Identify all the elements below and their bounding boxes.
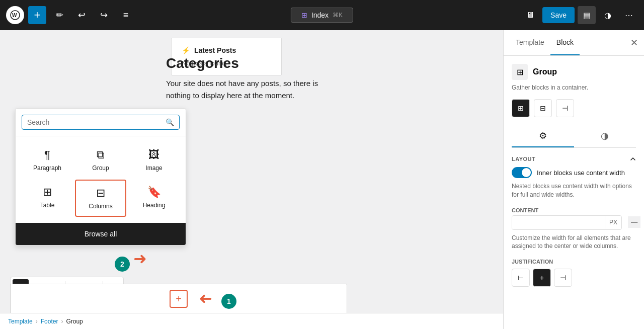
block-grid: ¶ Paragraph ⧉ Group 🖼 Image ⊞ Table <box>16 136 186 223</box>
block-header-desc: Gather blocks in a container. <box>512 84 636 91</box>
list-view-button[interactable]: ≡ <box>117 6 135 24</box>
toggle-desc: Nested blocks use content width with opt… <box>512 182 636 199</box>
table-label: Table <box>40 202 55 209</box>
breadcrumb-template[interactable]: Template <box>8 318 33 325</box>
add-block-footer-button[interactable]: + <box>170 290 188 308</box>
breadcrumb-sep-2: › <box>61 318 63 325</box>
wp-logo[interactable]: W <box>6 6 24 24</box>
categories-section: Categories Your site does not have any p… <box>166 55 337 102</box>
content-reset-button[interactable]: — <box>628 216 640 228</box>
save-button[interactable]: Save <box>542 7 575 23</box>
breadcrumb-group: Group <box>66 318 83 325</box>
content-label: CONTENT <box>512 207 622 213</box>
justification-label: JUSTIFICATION <box>512 259 636 265</box>
layout-wide-button[interactable]: ⊟ <box>534 99 552 117</box>
more-options-button[interactable]: ⋯ <box>620 6 638 24</box>
arrow-2-icon: ➜ <box>133 249 147 268</box>
breadcrumb: Template › Footer › Group <box>0 313 503 329</box>
group-icon: ⧉ <box>97 148 105 161</box>
layout-full-button[interactable]: ⊞ <box>512 99 530 117</box>
justification-buttons: ⊢ + ⊣ <box>512 269 636 287</box>
justify-left-button[interactable]: ⊢ <box>512 269 530 287</box>
width-row: CONTENT PX — WIDE PX — <box>512 207 636 230</box>
breadcrumb-footer[interactable]: Footer <box>41 318 58 325</box>
index-shortcut: ⌘K <box>333 12 343 19</box>
svg-text:W: W <box>12 13 17 18</box>
layout-icons: ⊞ ⊟ ⊣ <box>512 99 636 117</box>
sidebar-toggle-button[interactable]: ▤ <box>578 6 596 24</box>
tab-template[interactable]: Template <box>510 30 550 55</box>
panel-tabs: Template Block ✕ <box>504 30 644 56</box>
add-block-topbar-button[interactable]: + <box>28 6 46 24</box>
collapse-icon[interactable] <box>630 156 636 162</box>
block-item-table[interactable]: ⊞ Table <box>22 180 73 217</box>
right-panel: Template Block ✕ ⊞ Group Gather blocks i… <box>503 30 644 329</box>
block-item-paragraph[interactable]: ¶ Paragraph <box>22 142 73 178</box>
breadcrumb-sep-1: › <box>36 318 38 325</box>
pencil-icon[interactable]: ✏ <box>50 6 68 24</box>
toggle-label: Inner blocks use content width <box>537 169 625 177</box>
content-unit: PX <box>605 216 621 229</box>
search-input[interactable] <box>27 118 162 126</box>
search-wrap: 🔍 <box>22 115 180 130</box>
footer-bar: + <box>10 284 347 314</box>
columns-icon: ⊟ <box>96 187 105 200</box>
index-label: Index <box>311 11 329 19</box>
badge-1: 1 <box>221 294 236 309</box>
paragraph-icon: ¶ <box>44 148 50 161</box>
panel-close-button[interactable]: ✕ <box>630 37 638 48</box>
layout-split-button[interactable]: ⊣ <box>556 99 574 117</box>
index-icon: ⊞ <box>301 11 307 19</box>
topbar-right: 🖥 Save ▤ ◑ ⋯ <box>521 6 638 24</box>
canvas-area: ⚡ Latest Posts No posts found. Categorie… <box>0 30 503 329</box>
inserter-search-area: 🔍 <box>16 109 186 136</box>
browse-all-button[interactable]: Browse all <box>16 223 186 245</box>
inner-blocks-toggle[interactable] <box>512 167 532 178</box>
content-width-input[interactable] <box>512 216 605 229</box>
topbar: W + ✏ ↩ ↪ ≡ ⊞ Index ⌘K 🖥 Save ▤ ◑ ⋯ <box>0 0 644 30</box>
block-item-group[interactable]: ⧉ Group <box>75 142 126 178</box>
block-item-columns[interactable]: ⊟ Columns <box>75 180 126 217</box>
undo-button[interactable]: ↩ <box>72 6 91 24</box>
justify-center-button[interactable]: + <box>533 269 551 287</box>
block-header-icon: ⊞ <box>512 64 528 80</box>
heading-icon: 🔖 <box>147 186 161 199</box>
toggle-row: Inner blocks use content width <box>512 167 636 178</box>
columns-label: Columns <box>89 203 112 210</box>
redo-button[interactable]: ↪ <box>95 6 113 24</box>
image-label: Image <box>145 164 162 172</box>
topbar-center: ⊞ Index ⌘K <box>291 8 353 23</box>
justify-right-button[interactable]: ⊣ <box>554 269 572 287</box>
badge-2: 2 <box>115 257 130 272</box>
group-label: Group <box>92 164 109 172</box>
block-item-heading[interactable]: 🔖 Heading <box>128 180 180 217</box>
styles-tab[interactable]: ◑ <box>574 125 636 147</box>
block-inserter: 🔍 ¶ Paragraph ⧉ Group 🖼 Image <box>15 108 186 245</box>
main-layout: ⚡ Latest Posts No posts found. Categorie… <box>0 30 644 329</box>
block-header-title: Group <box>533 67 557 76</box>
latest-posts-icon: ⚡ <box>182 46 190 54</box>
panel-body: ⊞ Group Gather blocks in a container. ⊞ … <box>504 56 644 329</box>
content-width-group: CONTENT PX <box>512 207 622 230</box>
arrow-1-icon: ➜ <box>199 289 212 308</box>
heading-label: Heading <box>143 202 166 209</box>
index-button[interactable]: ⊞ Index ⌘K <box>291 8 353 23</box>
categories-text: Your site does not have any posts, so th… <box>166 77 337 102</box>
tab-block[interactable]: Block <box>550 30 580 55</box>
latest-posts-title: ⚡ Latest Posts <box>182 46 271 54</box>
width-desc: Customize the width for all elements tha… <box>512 234 636 251</box>
panel-section-tabs: ⚙ ◑ <box>512 125 636 148</box>
paragraph-label: Paragraph <box>33 164 61 172</box>
layout-section-label: Layout <box>512 156 636 162</box>
table-icon: ⊞ <box>43 186 52 199</box>
image-icon: 🖼 <box>148 148 159 161</box>
settings-tab[interactable]: ⚙ <box>512 125 574 147</box>
search-icon: 🔍 <box>166 118 174 126</box>
block-header: ⊞ Group <box>512 64 636 80</box>
monitor-icon-button[interactable]: 🖥 <box>521 6 539 24</box>
style-toggle-button[interactable]: ◑ <box>599 6 617 24</box>
block-item-image[interactable]: 🖼 Image <box>128 142 180 178</box>
categories-title: Categories <box>166 55 337 71</box>
content-width-input-wrap: PX <box>512 215 622 230</box>
